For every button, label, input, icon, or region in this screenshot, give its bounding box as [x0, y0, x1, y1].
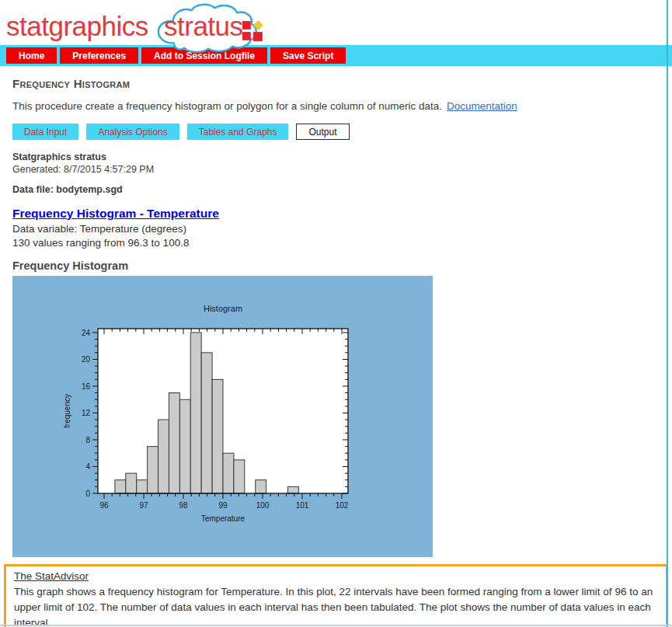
x-tick-label: 97: [139, 501, 148, 510]
session-info: Statgraphics stratus Generated: 8/7/2015…: [12, 151, 672, 176]
chart-title: Histogram: [204, 304, 242, 313]
procedure-tabs: Data Input Analysis Options Tables and G…: [12, 124, 672, 140]
histogram-bar: [287, 486, 298, 493]
page-right-border: [667, 0, 668, 627]
y-tick-label: 12: [82, 409, 91, 417]
y-tick-label: 16: [82, 381, 91, 390]
x-tick-label: 99: [218, 501, 228, 510]
histogram-bar: [223, 453, 234, 493]
y-tick-label: 20: [82, 355, 91, 364]
histogram-bar: [256, 479, 266, 493]
x-tick-label: 101: [296, 501, 309, 510]
home-button[interactable]: Home: [6, 47, 57, 64]
histogram-bar: [179, 399, 190, 493]
histogram-bar: [148, 446, 158, 493]
page-bottom-rule: [0, 625, 672, 626]
histogram-bar: [201, 352, 212, 493]
statadvisor-box: The StatAdvisor This graph shows a frequ…: [4, 564, 668, 627]
tab-output[interactable]: Output: [296, 124, 349, 140]
histogram-bar: [115, 479, 126, 493]
histogram-bar: [137, 479, 148, 493]
x-tick-label: 98: [179, 501, 188, 510]
page-title: Frequency Histogram: [12, 77, 672, 90]
session-generated-timestamp: Generated: 8/7/2015 4:57:29 PM: [12, 163, 672, 176]
x-tick-label: 100: [256, 501, 270, 510]
analysis-block: Frequency Histogram - Temperature Data v…: [12, 207, 672, 249]
y-tick-label: 8: [85, 435, 90, 444]
value-range-line: 130 values ranging from 96.3 to 100.8: [12, 237, 672, 249]
statadvisor-heading: The StatAdvisor: [14, 569, 658, 584]
top-navbar: Home Preferences Add to Session Logfile …: [0, 45, 672, 66]
logo-diamond-tr: [253, 20, 263, 30]
logo-square-br: [253, 32, 263, 41]
app-header: statgraphics stratus: [0, 0, 672, 45]
tab-tables-and-graphs[interactable]: Tables and Graphs: [187, 124, 289, 140]
data-variable-line: Data variable: Temperature (degrees): [12, 223, 672, 235]
tab-data-input[interactable]: Data Input: [12, 124, 78, 140]
histogram-svg: 0481216202496979899100101102HistogramTem…: [12, 276, 433, 557]
preferences-button[interactable]: Preferences: [60, 47, 138, 64]
statadvisor-body: This graph shows a frequency histogram f…: [14, 584, 658, 627]
x-tick-label: 102: [336, 501, 349, 510]
documentation-link[interactable]: Documentation: [447, 100, 517, 112]
logo-word-stratus: stratus: [164, 11, 243, 42]
y-axis-title: frequency: [63, 394, 71, 428]
main-content: Frequency Histogram This procedure creat…: [0, 77, 672, 557]
procedure-description: This procedure create a frequency histog…: [12, 100, 672, 112]
description-text: This procedure create a frequency histog…: [12, 100, 442, 112]
histogram-bar: [190, 333, 201, 493]
y-tick-label: 24: [82, 328, 91, 336]
statgraphics-logo[interactable]: statgraphics stratus: [6, 6, 278, 45]
histogram-chart: 0481216202496979899100101102HistogramTem…: [12, 276, 433, 557]
chart-section-heading: Frequency Histogram: [12, 260, 672, 272]
frequency-histogram-temperature-link[interactable]: Frequency Histogram - Temperature: [12, 207, 219, 221]
session-app-name: Statgraphics stratus: [12, 151, 672, 163]
logo-square-bl: [242, 32, 251, 40]
logo-square-tl: [242, 21, 251, 30]
histogram-bar: [234, 459, 245, 493]
y-tick-label: 4: [85, 462, 90, 471]
histogram-bar: [158, 420, 169, 493]
x-axis-title: Temperature: [201, 514, 245, 523]
save-script-button[interactable]: Save Script: [270, 47, 346, 64]
tab-analysis-options[interactable]: Analysis Options: [86, 124, 179, 140]
data-file-label: Data file: bodytemp.sgd: [12, 184, 672, 195]
x-tick-label: 96: [99, 501, 109, 510]
histogram-bar: [126, 473, 137, 493]
histogram-bar: [212, 379, 223, 493]
y-tick-label: 0: [85, 489, 90, 497]
histogram-bar: [169, 392, 179, 493]
logo-squares-icon: [242, 20, 264, 42]
logo-word-statgraphics: statgraphics: [6, 11, 148, 42]
